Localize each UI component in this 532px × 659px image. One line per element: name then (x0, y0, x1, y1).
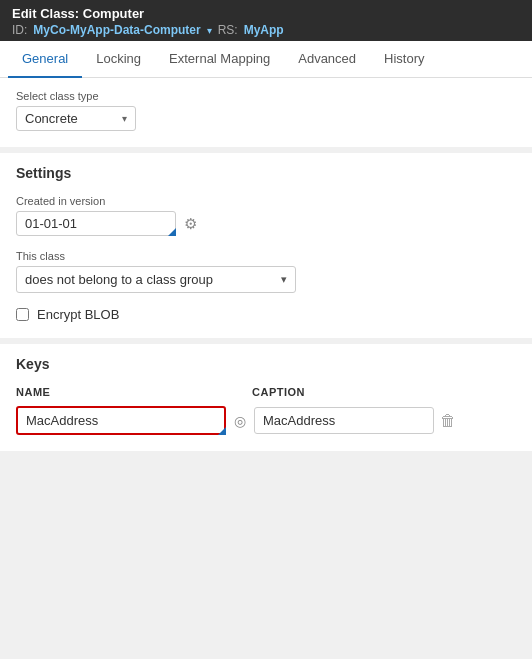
class-type-label: Select class type (16, 90, 516, 102)
tab-history[interactable]: History (370, 41, 438, 78)
this-class-group: This class does not belong to a class gr… (16, 250, 516, 293)
key-row: ◎ 🗑 (16, 406, 516, 435)
chevron-icon[interactable]: ▾ (207, 25, 212, 36)
dropdown-arrow-icon: ▾ (281, 273, 287, 286)
this-class-label: This class (16, 250, 516, 262)
created-in-version-input[interactable] (16, 211, 176, 236)
key-corner-indicator (218, 427, 226, 435)
keys-section: Keys NAME CAPTION ◎ 🗑 (0, 344, 532, 451)
id-label: ID: (12, 23, 27, 37)
encrypt-blob-checkbox[interactable] (16, 308, 29, 321)
key-name-wrapper (16, 406, 226, 435)
settings-section: Settings Created in version ⚙ This class… (0, 153, 532, 338)
caption-input[interactable] (254, 407, 434, 434)
class-type-section: Select class type Concrete ▾ (0, 78, 532, 147)
tab-external-mapping[interactable]: External Mapping (155, 41, 284, 78)
col-header-name: NAME (16, 386, 236, 398)
main-content: Select class type Concrete ▾ Settings Cr… (0, 78, 532, 451)
keys-title: Keys (16, 356, 516, 372)
created-in-version-row: ⚙ (16, 211, 516, 236)
this-class-value: does not belong to a class group (25, 272, 213, 287)
corner-indicator (168, 228, 176, 236)
chevron-down-icon: ▾ (122, 113, 127, 124)
col-header-caption: CAPTION (252, 386, 516, 398)
settings-title: Settings (16, 165, 516, 181)
tab-locking[interactable]: Locking (82, 41, 155, 78)
keys-column-headers: NAME CAPTION (16, 386, 516, 398)
id-value: MyCo-MyApp-Data-Computer (33, 23, 200, 37)
created-in-version-group: Created in version ⚙ (16, 195, 516, 236)
rs-value: MyApp (244, 23, 284, 37)
this-class-select[interactable]: does not belong to a class group ▾ (16, 266, 296, 293)
key-name-input[interactable] (16, 406, 226, 435)
tab-general[interactable]: General (8, 41, 82, 78)
geo-icon[interactable]: ◎ (234, 413, 246, 429)
delete-icon[interactable]: 🗑 (440, 412, 456, 430)
created-in-version-wrapper (16, 211, 176, 236)
caption-wrapper: 🗑 (254, 407, 516, 434)
encrypt-blob-row: Encrypt BLOB (16, 307, 516, 322)
encrypt-blob-label: Encrypt BLOB (37, 307, 119, 322)
created-in-version-label: Created in version (16, 195, 516, 207)
page-title: Edit Class: Computer (12, 6, 520, 21)
rs-label: RS: (218, 23, 238, 37)
tab-bar: General Locking External Mapping Advance… (0, 41, 532, 78)
class-type-select[interactable]: Concrete ▾ (16, 106, 136, 131)
header-meta: ID: MyCo-MyApp-Data-Computer ▾ RS: MyApp (12, 23, 520, 37)
gear-icon[interactable]: ⚙ (184, 215, 197, 233)
header: Edit Class: Computer ID: MyCo-MyApp-Data… (0, 0, 532, 41)
class-type-value: Concrete (25, 111, 78, 126)
tab-advanced[interactable]: Advanced (284, 41, 370, 78)
